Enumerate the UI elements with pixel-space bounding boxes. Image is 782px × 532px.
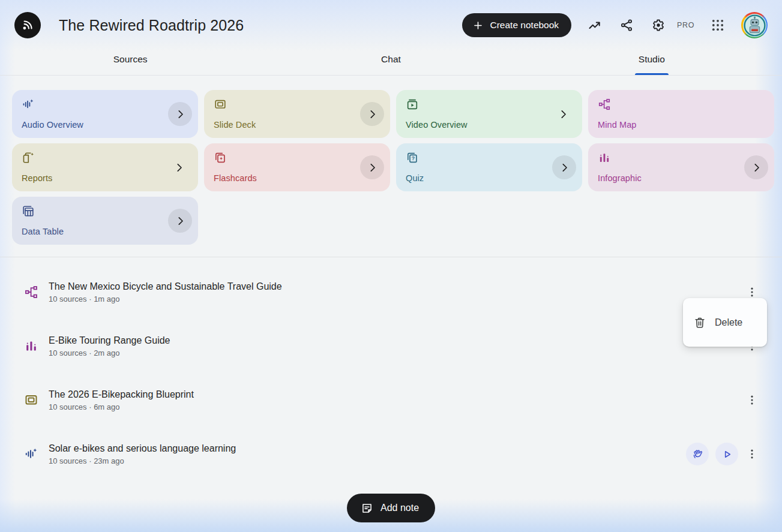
tab-studio-label: Studio — [639, 54, 665, 64]
create-notebook-label: Create notebook — [490, 20, 559, 31]
data-table-icon — [22, 205, 35, 218]
avatar-robot-image — [743, 14, 766, 37]
audio-waveform-sparkle-icon — [24, 447, 38, 461]
settings-gear-icon[interactable] — [650, 17, 667, 34]
list-item[interactable]: The 2026 E-Bikepacking Blueprint 10 sour… — [0, 373, 782, 427]
tool-card-label: Audio Overview — [22, 120, 83, 130]
delete-menu-label: Delete — [715, 317, 742, 328]
list-item-meta: 10 sources · 23m ago — [49, 456, 236, 465]
chevron-right-icon[interactable] — [168, 102, 192, 126]
list-item[interactable]: The New Mexico Bicycle and Sustainable T… — [0, 265, 782, 319]
infographic-icon — [24, 339, 38, 353]
list-item-text: E-Bike Touring Range Guide 10 sources · … — [49, 335, 170, 357]
list-item-title: Solar e-bikes and serious language learn… — [49, 443, 236, 454]
list-item-title: E-Bike Touring Range Guide — [49, 335, 170, 346]
tool-card-reports[interactable]: Reports — [12, 143, 198, 191]
slide-deck-icon — [214, 98, 227, 111]
delete-menu-item[interactable]: Delete — [683, 298, 767, 347]
pro-badge: PRO — [677, 21, 694, 29]
play-icon[interactable] — [715, 443, 738, 465]
tool-card-mind-map[interactable]: Mind Map — [588, 90, 774, 138]
svg-text:?: ? — [412, 155, 415, 161]
list-item-text: Solar e-bikes and serious language learn… — [49, 443, 236, 465]
reports-sparkle-icon — [22, 151, 35, 164]
tab-studio[interactable]: Studio — [522, 48, 782, 75]
tool-card-label: Slide Deck — [214, 120, 256, 130]
mind-map-icon — [24, 285, 38, 299]
list-item[interactable]: Solar e-bikes and serious language learn… — [0, 427, 782, 481]
chevron-right-icon[interactable] — [360, 102, 384, 126]
chevron-right-icon[interactable] — [552, 155, 576, 179]
tab-sources-label: Sources — [113, 54, 148, 64]
flashcards-icon — [214, 151, 227, 164]
create-notebook-button[interactable]: Create notebook — [462, 13, 572, 37]
tool-card-label: Reports — [22, 173, 52, 183]
notebooklm-logo-icon — [20, 17, 35, 33]
tab-chat[interactable]: Chat — [260, 48, 521, 75]
tool-card-audio-overview[interactable]: Audio Overview — [12, 90, 198, 138]
studio-tools-grid: Audio Overview Slide Deck Video Overview — [12, 90, 774, 245]
tool-card-label: Flashcards — [214, 173, 257, 183]
chevron-right-icon[interactable] — [744, 155, 768, 179]
more-options-kebab-icon[interactable] — [745, 444, 759, 464]
tool-card-flashcards[interactable]: Flashcards — [204, 143, 390, 191]
app-logo[interactable] — [14, 12, 41, 38]
avatar[interactable] — [741, 12, 768, 38]
interactive-mode-hand-icon[interactable] — [686, 443, 709, 465]
audio-waveform-sparkle-icon — [22, 98, 35, 111]
tool-card-label: Quiz — [406, 173, 424, 183]
tab-chat-label: Chat — [381, 54, 401, 64]
chevron-right-icon[interactable] — [168, 209, 192, 233]
notebooklm-app: The Rewired Roadtrip 2026 Create noteboo… — [0, 0, 782, 532]
quiz-icon: ? — [406, 151, 419, 164]
chevron-right-icon[interactable] — [360, 155, 384, 179]
active-tab-underline — [635, 73, 669, 75]
tool-card-infographic[interactable]: Infographic — [588, 143, 774, 191]
list-item-meta: 10 sources · 6m ago — [49, 402, 194, 411]
chevron-right-icon[interactable] — [172, 160, 186, 175]
list-item-meta: 10 sources · 2m ago — [49, 348, 170, 357]
tool-card-quiz[interactable]: ? Quiz — [396, 143, 582, 191]
infographic-icon — [598, 151, 611, 164]
list-item-text: The New Mexico Bicycle and Sustainable T… — [49, 281, 282, 303]
note-icon — [361, 502, 373, 515]
tool-card-label: Infographic — [598, 173, 642, 183]
header-right: Create notebook PRO — [462, 12, 768, 38]
plus-icon — [472, 20, 484, 31]
mind-map-icon — [598, 98, 611, 111]
tab-bar: Sources Chat Studio — [0, 48, 782, 76]
google-apps-grid-icon[interactable] — [709, 17, 726, 34]
tool-card-video-overview[interactable]: Video Overview — [396, 90, 582, 138]
add-note-container: Add note — [0, 494, 782, 522]
tool-card-label: Mind Map — [598, 120, 636, 130]
share-icon[interactable] — [618, 17, 635, 34]
analytics-trending-icon[interactable] — [586, 17, 603, 34]
trash-icon — [693, 316, 706, 329]
list-item-title: The New Mexico Bicycle and Sustainable T… — [49, 281, 282, 292]
slide-deck-icon — [24, 393, 38, 407]
add-note-label: Add note — [380, 503, 419, 513]
notebook-title[interactable]: The Rewired Roadtrip 2026 — [59, 17, 244, 34]
tool-card-label: Data Table — [22, 227, 64, 236]
context-menu: Delete — [683, 298, 767, 347]
more-options-kebab-icon[interactable] — [745, 390, 759, 410]
app-header: The Rewired Roadtrip 2026 Create noteboo… — [0, 0, 782, 48]
tool-card-label: Video Overview — [406, 120, 468, 130]
tool-card-data-table[interactable]: Data Table — [12, 197, 198, 245]
list-item-text: The 2026 E-Bikepacking Blueprint 10 sour… — [49, 389, 194, 411]
header-left: The Rewired Roadtrip 2026 — [14, 12, 244, 38]
studio-output-list: The New Mexico Bicycle and Sustainable T… — [0, 257, 782, 481]
add-note-button[interactable]: Add note — [347, 494, 435, 522]
list-item[interactable]: E-Bike Touring Range Guide 10 sources · … — [0, 319, 782, 373]
chevron-right-icon[interactable] — [556, 107, 570, 121]
tool-card-slide-deck[interactable]: Slide Deck — [204, 90, 390, 138]
list-item-meta: 10 sources · 1m ago — [49, 294, 282, 303]
tab-sources[interactable]: Sources — [0, 48, 260, 75]
video-overview-icon — [406, 98, 419, 111]
list-item-title: The 2026 E-Bikepacking Blueprint — [49, 389, 194, 400]
